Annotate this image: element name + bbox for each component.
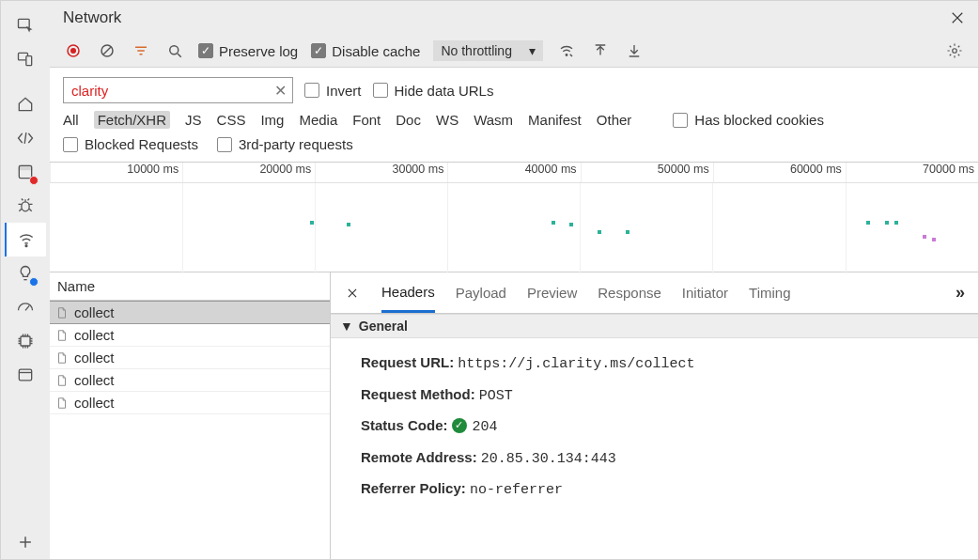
elements-icon[interactable] — [5, 121, 46, 155]
filter-input-wrapper: ✕ — [63, 77, 293, 103]
request-row[interactable]: collect — [50, 347, 330, 369]
referrer-policy-value: no-referrer — [470, 482, 563, 498]
file-icon — [55, 373, 69, 388]
request-method-value: POST — [479, 388, 513, 404]
resource-type-filters: All Fetch/XHR JS CSS Img Media Font Doc … — [50, 103, 978, 136]
application-icon[interactable] — [5, 358, 46, 392]
tool-rail — [1, 1, 50, 559]
name-column-header[interactable]: Name — [50, 272, 330, 301]
detail-tabs: Headers Payload Preview Response Initiat… — [331, 272, 978, 314]
requests-detail-split: Name collect collect collect — [50, 272, 978, 559]
type-font[interactable]: Font — [352, 112, 381, 128]
network-icon[interactable] — [5, 223, 46, 257]
svg-point-12 — [170, 46, 179, 54]
tab-preview[interactable]: Preview — [527, 272, 577, 313]
type-css[interactable]: CSS — [217, 112, 246, 128]
general-values: Request URL: https://j.clarity.ms/collec… — [331, 338, 978, 511]
type-manifest[interactable]: Manifest — [528, 112, 582, 128]
status-code-value: 204 — [473, 419, 498, 435]
file-icon — [55, 328, 69, 343]
svg-rect-7 — [21, 336, 30, 346]
filter-icon[interactable] — [131, 40, 151, 61]
more-tabs-icon[interactable]: » — [956, 283, 965, 303]
tab-initiator[interactable]: Initiator — [682, 272, 728, 313]
performance-icon[interactable] — [5, 290, 46, 324]
tab-payload[interactable]: Payload — [456, 272, 506, 313]
svg-point-10 — [70, 48, 76, 54]
type-fetch-xhr[interactable]: Fetch/XHR — [94, 111, 170, 129]
third-party-checkbox[interactable]: 3rd-party requests — [217, 136, 353, 152]
svg-rect-4 — [19, 165, 31, 169]
home-icon[interactable] — [5, 87, 46, 121]
request-url-value: https://j.clarity.ms/collect — [458, 356, 694, 372]
overview-ticks: 10000 ms 20000 ms 30000 ms 40000 ms 5000… — [50, 163, 978, 183]
has-blocked-cookies-checkbox[interactable]: Has blocked cookies — [673, 112, 824, 128]
lightbulb-icon[interactable] — [5, 257, 46, 290]
overview-waterfall[interactable]: 10000 ms 20000 ms 30000 ms 40000 ms 5000… — [50, 162, 978, 272]
close-detail-icon[interactable] — [344, 285, 361, 302]
settings-icon[interactable] — [944, 40, 965, 61]
chevron-down-icon: ▼ — [340, 319, 353, 334]
disable-cache-checkbox[interactable]: ✓Disable cache — [311, 43, 420, 59]
export-har-icon[interactable] — [590, 40, 611, 61]
import-har-icon[interactable] — [624, 40, 645, 61]
bug-icon[interactable] — [5, 189, 46, 223]
search-icon[interactable] — [164, 40, 185, 61]
svg-rect-8 — [19, 369, 31, 381]
clear-button[interactable] — [97, 40, 117, 61]
section-general[interactable]: ▼ General — [331, 314, 978, 338]
memory-icon[interactable] — [5, 324, 46, 358]
devtools-window: Network ✓Preserve log ✓Disable cache No … — [0, 0, 979, 560]
type-wasm[interactable]: Wasm — [474, 112, 513, 128]
panel-title: Network — [63, 8, 121, 27]
network-conditions-icon[interactable] — [556, 40, 577, 61]
type-ws[interactable]: WS — [436, 112, 458, 128]
type-js[interactable]: JS — [185, 112, 202, 128]
throttling-select[interactable]: No throttling▾ — [433, 40, 542, 61]
request-row[interactable]: collect — [50, 301, 330, 324]
svg-point-6 — [25, 245, 27, 247]
file-icon — [55, 396, 69, 411]
tab-response[interactable]: Response — [598, 272, 661, 313]
request-row[interactable]: collect — [50, 324, 330, 347]
type-media[interactable]: Media — [299, 112, 337, 128]
type-doc[interactable]: Doc — [396, 112, 421, 128]
device-icon[interactable] — [5, 42, 46, 76]
request-row[interactable]: collect — [50, 392, 330, 414]
hide-data-urls-checkbox[interactable]: Hide data URLs — [373, 83, 494, 99]
blocked-requests-checkbox[interactable]: Blocked Requests — [63, 136, 198, 152]
file-icon — [55, 305, 69, 320]
clear-filter-icon[interactable]: ✕ — [274, 82, 287, 100]
file-icon — [55, 350, 69, 366]
preserve-log-checkbox[interactable]: ✓Preserve log — [198, 43, 298, 59]
svg-rect-2 — [26, 56, 32, 66]
type-all[interactable]: All — [63, 112, 79, 128]
close-icon[interactable] — [946, 7, 969, 29]
filter-row-2: Blocked Requests 3rd-party requests — [50, 136, 978, 162]
tab-timing[interactable]: Timing — [749, 272, 790, 313]
network-toolbar: ✓Preserve log ✓Disable cache No throttli… — [50, 35, 978, 68]
type-other[interactable]: Other — [597, 112, 632, 128]
request-list: Name collect collect collect — [50, 272, 331, 559]
svg-point-13 — [566, 54, 567, 56]
filter-row: ✕ Invert Hide data URLs — [50, 68, 978, 103]
main-area: Network ✓Preserve log ✓Disable cache No … — [50, 1, 978, 559]
request-detail: Headers Payload Preview Response Initiat… — [331, 272, 978, 559]
svg-point-14 — [953, 49, 957, 54]
titlebar: Network — [50, 1, 978, 35]
svg-rect-0 — [19, 19, 30, 27]
inspect-icon[interactable] — [5, 8, 46, 42]
sources-icon[interactable] — [5, 155, 46, 189]
filter-input[interactable] — [70, 82, 257, 100]
record-button[interactable] — [63, 40, 84, 61]
overview-body — [50, 183, 978, 273]
type-img[interactable]: Img — [260, 112, 284, 128]
svg-point-5 — [22, 202, 29, 211]
status-ok-icon: ✓ — [452, 418, 467, 433]
tab-headers[interactable]: Headers — [381, 272, 435, 313]
plus-icon[interactable] — [5, 525, 46, 559]
request-row[interactable]: collect — [50, 369, 330, 392]
remote-address-value: 20.85.30.134:443 — [481, 451, 616, 467]
invert-checkbox[interactable]: Invert — [304, 83, 362, 99]
